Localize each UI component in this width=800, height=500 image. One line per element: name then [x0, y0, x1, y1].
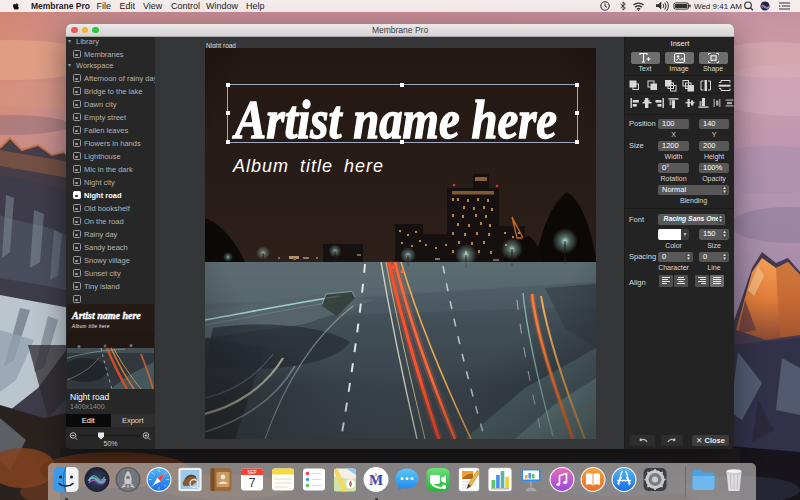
- svg-text:Wed 9:41 AM: Wed 9:41 AM: [694, 2, 742, 11]
- svg-text:7: 7: [249, 476, 256, 490]
- svg-text:50%: 50%: [103, 439, 117, 446]
- svg-text:SEP: SEP: [247, 470, 256, 475]
